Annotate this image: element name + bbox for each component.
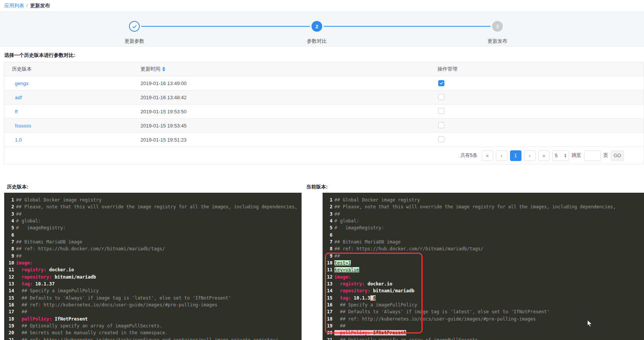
code-line: 16 ## ref: http://kubernetes.io/docs/use… (4, 301, 302, 308)
code-line: 7## Bitnami MariaDB image (323, 238, 644, 245)
select-arrows-icon (564, 154, 567, 158)
history-version-table: 历史版本 更新时间 操作管理 gengx2019-01-16 13:49:00a… (4, 62, 644, 164)
code-line: 5# imageRegistry: (4, 224, 302, 231)
step-2-circle: 2 (312, 21, 322, 32)
line-number: 20 (323, 329, 332, 336)
line-number: 10 (4, 259, 14, 266)
table-row: gengx2019-01-16 13:49:00 (4, 76, 644, 90)
table-body: gengx2019-01-16 13:49:00adf2019-01-16 13… (4, 76, 644, 147)
line-number: 10 (323, 259, 332, 266)
row-update-time: 2019-01-15 19:53:50 (140, 109, 437, 114)
code-line: 6 (4, 232, 302, 238)
breadcrumb-separator: / (26, 3, 28, 8)
version-link[interactable]: gengx (15, 81, 28, 86)
row-update-time: 2019-01-15 19:51:23 (140, 137, 437, 143)
code-line: 13 registry: docker.io (323, 280, 644, 287)
go-button[interactable]: GO (611, 150, 624, 161)
col-header-update-time-label: 更新时间 (140, 66, 160, 73)
code-line: 9## (4, 253, 302, 259)
line-number: 7 (4, 238, 14, 245)
step-3-label: 更新发布 (487, 38, 507, 45)
code-line: 20 ## Secrets must be manually created i… (4, 329, 302, 336)
step-connector-1 (141, 26, 310, 27)
row-update-time: 2019-01-15 19:53:45 (140, 123, 437, 129)
line-number: 19 (323, 322, 332, 329)
code-line: 15 tag: 10.1.378 (323, 295, 644, 301)
line-number: 15 (323, 295, 332, 301)
page-unit-label: 页 (604, 152, 608, 159)
prev-page-button[interactable]: ‹ (496, 150, 507, 161)
table-row: fssssss2019-01-15 19:53:45 (4, 119, 644, 133)
code-line: 15 ## Defaults to 'Always' if image tag … (4, 295, 302, 301)
row-checkbox[interactable] (438, 136, 444, 142)
line-number: 1 (323, 197, 332, 203)
line-number: 2 (4, 203, 14, 210)
code-line: 2## Please, note that this will override… (323, 203, 644, 210)
code-line: 2## Please, note that this will override… (4, 203, 302, 210)
version-link[interactable]: 1.0 (15, 137, 22, 143)
version-link[interactable]: fssssss (15, 123, 31, 129)
line-number: 2 (323, 203, 332, 210)
line-number: 11 (4, 266, 14, 273)
step-1-circle (129, 21, 140, 32)
version-link[interactable]: adf (15, 95, 22, 100)
deleted-line: pullPolicy: IfNotPresent (334, 330, 406, 335)
current-version-title: 当前版本: (306, 184, 328, 190)
version-link[interactable]: ff (15, 109, 18, 114)
next-page-button[interactable]: › (524, 150, 536, 161)
line-number: 20 (4, 329, 14, 336)
history-version-title: 历史版本: (7, 184, 28, 190)
line-number: 9 (323, 253, 332, 259)
col-header-actions: 操作管理 (437, 66, 644, 73)
jump-label: 跳至 (572, 152, 581, 159)
current-version-code-panel[interactable]: 1## Global Docker image registry2## Plea… (323, 193, 644, 340)
line-number: 7 (323, 238, 332, 245)
row-checkbox[interactable] (438, 80, 444, 86)
line-number: 21 (4, 337, 14, 340)
line-number: 9 (4, 253, 14, 259)
step-connector-2 (324, 26, 491, 27)
breadcrumb: 应用列表/更新发布 (0, 0, 644, 11)
page-size-value: 5 (555, 153, 558, 158)
code-line: 6 (323, 232, 644, 238)
line-number: 13 (4, 280, 14, 287)
pagination: 共有5条 « ‹ 1 › » 5 跳至 页 GO (4, 147, 644, 164)
row-checkbox[interactable] (438, 108, 444, 114)
code-line: 1## Global Docker image registry (323, 197, 644, 203)
line-number: 5 (4, 224, 14, 231)
sort-icon[interactable] (162, 67, 165, 71)
row-checkbox[interactable] (438, 94, 444, 100)
line-number: 19 (4, 322, 14, 329)
last-page-button[interactable]: » (538, 150, 550, 161)
code-line: 18 ## ref: http://kubernetes.io/docs/use… (323, 316, 644, 322)
page: 应用列表/更新发布 更新参数 2 参数对比 3 更新发布 选择一个历史版本进行参… (0, 0, 644, 340)
line-number: 8 (323, 245, 332, 252)
first-page-button[interactable]: « (482, 150, 493, 161)
row-update-time: 2019-01-16 13:48:42 (140, 95, 437, 100)
breadcrumb-app-list-link[interactable]: 应用列表 (4, 3, 24, 8)
line-number: 16 (4, 301, 14, 308)
steps-band: 更新参数 2 参数对比 3 更新发布 (0, 11, 644, 47)
page-1-button[interactable]: 1 (510, 150, 521, 161)
line-number: 4 (4, 218, 14, 224)
row-checkbox[interactable] (438, 122, 444, 128)
row-update-time: 2019-01-16 13:49:00 (140, 81, 437, 86)
check-icon (132, 24, 137, 29)
code-line: 10image: (4, 259, 302, 266)
code-line: 21 ## ref: https://kubernetes.io/docs/ta… (4, 337, 302, 340)
step-3-circle: 3 (492, 21, 503, 32)
code-line: 19 ## Optionally specify an array of ima… (4, 322, 302, 329)
code-line: 3## (4, 211, 302, 218)
line-number: 8 (4, 245, 14, 252)
history-version-code-panel[interactable]: 1## Global Docker image registry2## Plea… (4, 193, 302, 340)
line-number: 21 (323, 337, 332, 340)
mouse-cursor-icon (587, 320, 592, 329)
page-size-select[interactable]: 5 (552, 150, 569, 161)
jump-page-input[interactable] (584, 150, 601, 161)
code-line: 7## Bitnami MariaDB image (4, 238, 302, 245)
line-number: 4 (323, 218, 332, 224)
code-line: 1## Global Docker image registry (4, 197, 302, 203)
code-line: 8## ref: https://hub.docker.com/r/bitnam… (4, 245, 302, 252)
col-header-update-time[interactable]: 更新时间 (140, 66, 437, 73)
code-line: 12image: (323, 274, 644, 280)
